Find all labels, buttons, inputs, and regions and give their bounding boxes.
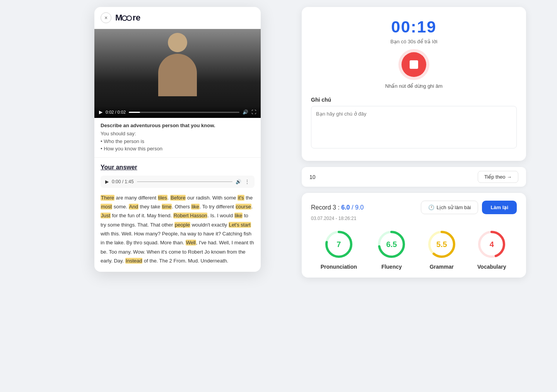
transcript-highlight: There <box>101 195 114 201</box>
record-score: 6.0 <box>341 204 350 211</box>
timer-label: Bạn có 30s để trả lời <box>311 39 517 44</box>
score-name-vocabulary: Vocabulary <box>477 264 506 270</box>
volume-icon[interactable]: 🔊 <box>243 109 248 115</box>
video-progress-fill <box>129 112 140 113</box>
score-value-grammar: 5.5 <box>436 240 447 249</box>
person-head <box>168 33 187 52</box>
score-name-grammar: Grammar <box>430 264 454 270</box>
score-item-pronunciation: 7 Pronunciation <box>321 229 357 270</box>
history-button[interactable]: 🕐 Lịch sử làm bài <box>421 201 478 214</box>
score-actions: 🕐 Lịch sử làm bài Làm lại <box>421 201 517 214</box>
score-header: Record 3 : 6.0 / 9.0 🕐 Lịch sử làm bài L… <box>311 201 517 214</box>
video-description: Describe an adventurous person that you … <box>94 118 261 158</box>
transcript-highlight: Robert Hasson <box>173 213 208 218</box>
video-container: ▶ 0:02 / 0:02 🔊 ⛶ <box>94 29 261 118</box>
timer-card: 00:19 Bạn có 30s để trả lời Nhấn nút để … <box>302 7 526 161</box>
main-wrapper: × Mre ▶ 0:02 / 0:02 🔊 ⛶ <box>0 0 557 392</box>
score-name-pronunciation: Pronunciation <box>321 264 357 270</box>
panel-header: × Mre <box>94 7 261 29</box>
transcript-highlight: course <box>236 204 251 210</box>
video-person <box>150 33 205 102</box>
answer-section: Your answer ▶ 0:00 / 1:45 🔊 ⋮ There are … <box>94 158 261 272</box>
audio-progress-bar[interactable] <box>137 181 232 182</box>
transcript: There are many different tiles. Before o… <box>101 193 255 266</box>
score-circle-grammar: 5.5 <box>426 229 457 260</box>
brand-name: Mre <box>115 13 140 22</box>
score-circles: 7 Pronunciation 6.5 Fluency 5.5 Grammar <box>311 229 517 270</box>
score-panel: Record 3 : 6.0 / 9.0 🕐 Lịch sử làm bài L… <box>302 193 526 278</box>
transcript-highlight: And <box>129 204 138 210</box>
transcript-highlight: Well <box>186 240 196 245</box>
left-panel: × Mre ▶ 0:02 / 0:02 🔊 ⛶ <box>94 7 261 272</box>
timer-display: 00:19 <box>311 18 517 36</box>
video-play-button[interactable]: ▶ <box>99 109 103 115</box>
close-button[interactable]: × <box>101 12 111 23</box>
transcript-highlight: it's <box>237 195 244 201</box>
brand-logo: Mre <box>115 13 140 23</box>
score-value-fluency: 6.5 <box>386 240 397 249</box>
transcript-highlight: time <box>162 204 172 210</box>
score-value-pronunciation: 7 <box>337 240 341 249</box>
next-button[interactable]: Tiếp theo → <box>478 171 518 183</box>
history-label: Lịch sử làm bài <box>437 205 471 210</box>
transcript-highlight: like <box>234 213 243 218</box>
record-total: 9.0 <box>355 204 364 211</box>
score-date: 03.07.2024 - 18:26:21 <box>311 216 517 221</box>
audio-more-button[interactable]: ⋮ <box>244 179 250 185</box>
video-progress-bar[interactable] <box>129 112 239 113</box>
transcript-highlight: like <box>191 204 200 210</box>
score-value-vocabulary: 4 <box>490 240 494 249</box>
record-stop-button[interactable] <box>402 52 426 77</box>
transcript-highlight: Just <box>101 213 111 218</box>
next-label: Tiếp theo → <box>484 174 512 180</box>
fullscreen-icon[interactable]: ⛶ <box>251 109 256 115</box>
answer-title: Your answer <box>101 164 255 171</box>
question-number: 10 <box>309 174 316 180</box>
record-label: Record 3 : 6.0 / 9.0 <box>311 204 364 211</box>
transcript-highlight: Before <box>170 195 186 201</box>
stop-icon <box>410 60 418 69</box>
notes-label: Ghi chú <box>311 97 517 103</box>
video-controls: ▶ 0:02 / 0:02 🔊 ⛶ <box>94 106 261 118</box>
record-score-divider: / <box>352 204 353 211</box>
score-circle-fluency: 6.5 <box>376 229 407 260</box>
notes-textarea[interactable] <box>311 106 517 148</box>
navigation-bar: 10 Tiếp theo → <box>302 167 526 187</box>
audio-volume-icon[interactable]: 🔊 <box>236 179 241 184</box>
description-title: Describe an adventurous person that you … <box>101 123 255 128</box>
audio-play-button[interactable]: ▶ <box>105 179 109 184</box>
video-time: 0:02 / 0:02 <box>106 110 126 114</box>
close-icon: × <box>104 15 108 21</box>
person-body <box>158 54 197 96</box>
record-btn-container <box>311 52 517 77</box>
history-icon: 🕐 <box>428 205 434 210</box>
description-subtitle: You should say: • Who the person is • Ho… <box>101 130 255 153</box>
record-hint: Nhấn nút để dừng ghi âm <box>311 83 517 89</box>
record-info: Record 3 : 6.0 / 9.0 <box>311 204 364 211</box>
transcript-highlight: people <box>174 222 190 228</box>
score-circle-pronunciation: 7 <box>323 229 354 260</box>
score-name-fluency: Fluency <box>381 264 402 270</box>
audio-time: 0:00 / 1:45 <box>112 179 134 184</box>
transcript-highlight: Let's start <box>229 222 251 228</box>
transcript-highlight: most <box>101 204 112 210</box>
transcript-highlight: Instead <box>125 258 143 264</box>
transcript-highlight: tiles <box>158 195 167 201</box>
retry-button[interactable]: Làm lại <box>482 201 517 214</box>
score-item-fluency: 6.5 Fluency <box>376 229 407 270</box>
score-circle-vocabulary: 4 <box>476 229 507 260</box>
audio-player: ▶ 0:00 / 1:45 🔊 ⋮ <box>101 176 255 188</box>
right-panel: 00:19 Bạn có 30s để trả lời Nhấn nút để … <box>302 7 526 278</box>
score-item-vocabulary: 4 Vocabulary <box>476 229 507 270</box>
score-item-grammar: 5.5 Grammar <box>426 229 457 270</box>
retry-label: Làm lại <box>490 205 508 210</box>
